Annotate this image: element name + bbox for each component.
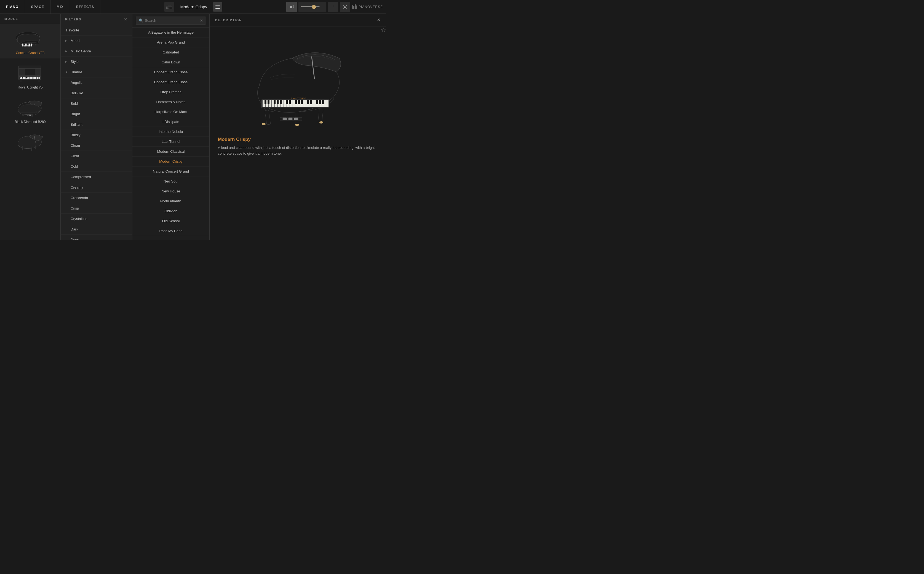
preset-item-concert-grand-close-2[interactable]: Concert Grand Close bbox=[133, 77, 209, 87]
svg-rect-3 bbox=[167, 7, 167, 9]
settings-button[interactable] bbox=[340, 2, 350, 12]
tab-space[interactable]: SPACE bbox=[25, 0, 51, 14]
svg-rect-60 bbox=[32, 114, 33, 117]
description-close-button[interactable]: × bbox=[377, 17, 381, 23]
filter-dark-label: Dark bbox=[71, 227, 78, 231]
filter-music-genre[interactable]: ▶ Music Genre bbox=[61, 46, 132, 57]
svg-rect-26 bbox=[30, 44, 32, 46]
model-image-yf3 bbox=[13, 27, 48, 49]
svg-rect-105 bbox=[307, 100, 309, 104]
description-text-area: Modern Crispy A loud and clear sound wit… bbox=[215, 137, 381, 156]
filter-mood[interactable]: ▶ Mood bbox=[61, 36, 132, 46]
svg-rect-94 bbox=[326, 100, 329, 107]
tab-piano[interactable]: PIANO bbox=[0, 0, 25, 14]
preset-item-bagatelle[interactable]: A Bagatelle in the Hermitage bbox=[133, 28, 209, 38]
preset-item-i-dissipate[interactable]: I Dissipate bbox=[133, 117, 209, 127]
preset-item-last-tunnel[interactable]: Last Tunnel bbox=[133, 137, 209, 147]
volume-slider[interactable] bbox=[301, 6, 320, 7]
svg-rect-30 bbox=[28, 44, 29, 46]
tab-effects[interactable]: EFFECTS bbox=[70, 0, 100, 14]
arrow-right-icon-3: ▶ bbox=[65, 60, 67, 63]
preset-item-neo-soul[interactable]: Neo Soul bbox=[133, 177, 209, 186]
svg-rect-113 bbox=[318, 109, 323, 123]
mute-button[interactable] bbox=[286, 2, 297, 12]
filter-bright[interactable]: Bright bbox=[61, 109, 132, 119]
description-header: DESCRIPTION × bbox=[210, 14, 386, 27]
filter-angelic-label: Angelic bbox=[71, 80, 82, 85]
alert-button[interactable]: ! bbox=[328, 2, 338, 12]
middle-section: FILTERS ✕ Favorite ▶ Mood ▶ Music Genre … bbox=[61, 14, 386, 240]
svg-rect-51 bbox=[22, 77, 23, 78]
preset-item-natural-concert[interactable]: Natural Concert Grand bbox=[133, 167, 209, 177]
preset-item-arena-pop[interactable]: Arena Pop Grand bbox=[133, 38, 209, 47]
preset-item-calibrated[interactable]: Calibrated bbox=[133, 47, 209, 57]
preset-item-hammers-notes[interactable]: Hammers & Notes bbox=[133, 97, 209, 107]
nav-center: Modern Crispy bbox=[100, 2, 286, 12]
model-item-concert-grand-yf3[interactable]: Concert Grand YF3 bbox=[0, 24, 60, 58]
svg-rect-12 bbox=[355, 5, 356, 9]
search-input[interactable] bbox=[145, 19, 198, 23]
preset-item-harpsikoto[interactable]: HarpsiKoto On Mars bbox=[133, 107, 209, 117]
filter-timbre[interactable]: ▼ Timbre bbox=[61, 67, 132, 77]
filter-creamy[interactable]: Creamy bbox=[61, 182, 132, 193]
filter-bell-like[interactable]: Bell-like bbox=[61, 88, 132, 98]
filter-clear-label: Clear bbox=[71, 154, 79, 158]
preset-item-modern-crispy[interactable]: Modern Crispy bbox=[133, 156, 209, 167]
filter-crescendo-label: Crescendo bbox=[71, 196, 88, 200]
svg-rect-22 bbox=[25, 44, 26, 46]
svg-rect-54 bbox=[27, 77, 28, 78]
preset-item-pass-my-band[interactable]: Pass My Band bbox=[133, 226, 209, 236]
tab-mix[interactable]: MIX bbox=[51, 0, 70, 14]
preset-item-into-nebula[interactable]: Into the Nebula bbox=[133, 127, 209, 137]
filter-angelic[interactable]: Angelic bbox=[61, 77, 132, 88]
svg-rect-56 bbox=[38, 79, 40, 82]
filter-clean-label: Clean bbox=[71, 144, 80, 148]
favorite-star-button[interactable]: ☆ bbox=[381, 27, 386, 34]
filter-dark[interactable]: Dark bbox=[61, 224, 132, 235]
filter-style[interactable]: ▶ Style bbox=[61, 57, 132, 67]
svg-rect-52 bbox=[25, 77, 25, 78]
model-name-b280: Black Diamond B280 bbox=[14, 120, 46, 124]
preset-item-calm-down[interactable]: Calm Down bbox=[133, 57, 209, 67]
filter-crisp[interactable]: Crisp bbox=[61, 203, 132, 214]
filter-clear[interactable]: Clear bbox=[61, 151, 132, 161]
preset-item-north-atlantic[interactable]: North Atlantic bbox=[133, 196, 209, 206]
svg-rect-69 bbox=[31, 148, 32, 151]
filter-buzzy[interactable]: Buzzy bbox=[61, 130, 132, 140]
preset-item-drop-frames[interactable]: Drop Frames bbox=[133, 87, 209, 97]
preset-item-concert-grand-close-1[interactable]: Concert Grand Close bbox=[133, 67, 209, 77]
preset-item-oblivion[interactable]: Oblivion bbox=[133, 206, 209, 216]
svg-rect-98 bbox=[276, 100, 279, 104]
filters-close-button[interactable]: ✕ bbox=[124, 17, 128, 22]
filter-compressed-label: Compressed bbox=[71, 175, 91, 179]
filter-brilliant[interactable]: Brilliant bbox=[61, 119, 132, 130]
filter-favorite[interactable]: Favorite bbox=[61, 25, 132, 36]
filter-deep-label: Deep bbox=[71, 238, 79, 240]
svg-point-116 bbox=[319, 121, 323, 123]
svg-rect-104 bbox=[301, 100, 303, 104]
filter-deep[interactable]: Deep bbox=[61, 235, 132, 240]
filter-crystalline[interactable]: Crystalline bbox=[61, 214, 132, 224]
filter-creamy-label: Creamy bbox=[71, 185, 83, 189]
hamburger-menu-button[interactable] bbox=[213, 2, 222, 12]
filter-favorite-label: Favorite bbox=[66, 28, 79, 32]
model-item-4[interactable] bbox=[0, 128, 60, 158]
search-box: 🔍 ✕ bbox=[136, 17, 206, 25]
filter-compressed[interactable]: Compressed bbox=[61, 172, 132, 182]
preset-item-new-house[interactable]: New House bbox=[133, 186, 209, 196]
search-clear-button[interactable]: ✕ bbox=[200, 19, 203, 23]
filter-mood-label: Mood bbox=[71, 39, 80, 43]
filter-bold[interactable]: Bold bbox=[61, 98, 132, 109]
filter-crescendo[interactable]: Crescendo bbox=[61, 193, 132, 203]
svg-rect-27 bbox=[23, 44, 24, 46]
svg-rect-64 bbox=[29, 115, 30, 116]
filter-cold[interactable]: Cold bbox=[61, 161, 132, 172]
svg-rect-109 bbox=[322, 100, 324, 104]
filter-clean[interactable]: Clean bbox=[61, 140, 132, 151]
model-item-royal-upright-y5[interactable]: Royal Upright Y5 bbox=[0, 58, 60, 93]
filters-header: FILTERS ✕ bbox=[61, 14, 132, 25]
preset-item-modern-classical[interactable]: Modern Classical bbox=[133, 147, 209, 156]
preset-item-old-school[interactable]: Old School bbox=[133, 216, 209, 226]
model-item-black-diamond-b280[interactable]: Black Diamond B280 bbox=[0, 93, 60, 128]
filter-bold-label: Bold bbox=[71, 101, 78, 106]
